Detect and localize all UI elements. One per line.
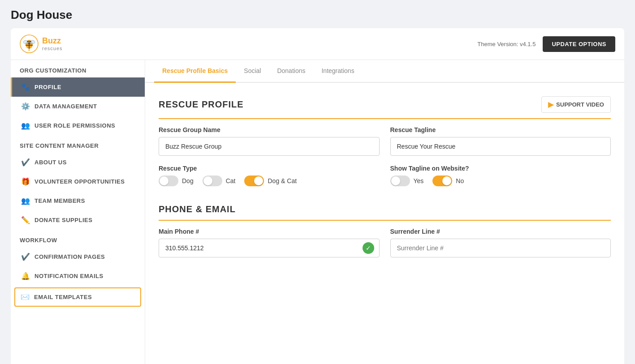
main-phone-input[interactable] bbox=[159, 239, 380, 257]
rescue-profile-title: RESCUE PROFILE bbox=[159, 99, 244, 110]
sidebar-item-data-management-label: DATA MANAGEMENT bbox=[35, 103, 97, 110]
sidebar: ORG CUSTOMIZATION 🐾 PROFILE ⚙️ DATA MANA… bbox=[11, 60, 145, 364]
paw-icon: 🐾 bbox=[21, 83, 30, 91]
phone-email-section: PHONE & EMAIL Main Phone # ✓ bbox=[159, 204, 611, 257]
sidebar-item-donate-supplies[interactable]: ✏️ DONATE SUPPLIES bbox=[11, 210, 145, 230]
dog-toggle[interactable] bbox=[159, 176, 178, 186]
buzz-logo-icon bbox=[20, 34, 39, 53]
rescue-profile-title-row: RESCUE PROFILE ▶ SUPPORT VIDEO bbox=[159, 96, 611, 119]
tagline-label: Rescue Tagline bbox=[390, 126, 611, 133]
tab-integrations[interactable]: Integrations bbox=[313, 60, 362, 83]
tabs-bar: Rescue Profile Basics Social Donations I… bbox=[145, 60, 624, 83]
phone-email-title-row: PHONE & EMAIL bbox=[159, 204, 611, 221]
confirmation-icon: ✔️ bbox=[21, 253, 30, 261]
main-phone-label: Main Phone # bbox=[159, 228, 380, 235]
volunteer-icon: 🎁 bbox=[21, 177, 30, 186]
main-phone-input-wrapper: ✓ bbox=[159, 239, 380, 257]
surrender-line-label: Surrender Line # bbox=[390, 228, 611, 235]
sidebar-item-donate-label: DONATE SUPPLIES bbox=[35, 217, 92, 223]
settings-icon: ⚙️ bbox=[21, 102, 30, 111]
content-wrapper: ORG CUSTOMIZATION 🐾 PROFILE ⚙️ DATA MANA… bbox=[11, 60, 624, 364]
logo-text: Buzz rescues bbox=[42, 37, 63, 51]
yes-toggle-item: Yes bbox=[390, 176, 424, 186]
email-icon: ✉️ bbox=[21, 293, 30, 301]
bell-icon: 🔔 bbox=[21, 272, 30, 280]
sidebar-item-user-role-label: USER ROLE PERMISSIONS bbox=[35, 122, 115, 129]
top-bar-right: Theme Version: v4.1.5 UPDATE OPTIONS bbox=[477, 36, 615, 52]
dog-cat-toggle[interactable] bbox=[244, 176, 264, 186]
rescue-type-toggles: Dog Cat Dog & Cat bbox=[159, 176, 380, 186]
rescue-type-field: Rescue Type Dog Cat bbox=[159, 165, 380, 186]
tab-donations[interactable]: Donations bbox=[269, 60, 313, 83]
users-icon: 👥 bbox=[21, 121, 30, 130]
sidebar-site-content-header: SITE CONTENT MANAGER bbox=[11, 135, 145, 153]
no-toggle[interactable] bbox=[432, 176, 452, 186]
support-video-label: SUPPORT VIDEO bbox=[556, 101, 604, 108]
sidebar-item-notification-label: NOTIFICATION EMAILS bbox=[35, 273, 104, 279]
rescue-type-label: Rescue Type bbox=[159, 165, 380, 172]
sidebar-item-profile-label: PROFILE bbox=[35, 84, 61, 90]
rescue-profile-section: RESCUE PROFILE ▶ SUPPORT VIDEO Rescue Gr… bbox=[159, 96, 611, 186]
sidebar-item-notification-emails[interactable]: 🔔 NOTIFICATION EMAILS bbox=[11, 266, 145, 286]
left-col: Rescue Group Name Rescue Type Dog bbox=[159, 126, 380, 186]
check-circle-icon: ✔️ bbox=[21, 158, 30, 167]
sidebar-item-email-templates-label: EMAIL TEMPLATES bbox=[34, 294, 92, 300]
tab-rescue-profile-basics[interactable]: Rescue Profile Basics bbox=[154, 60, 236, 83]
dog-cat-toggle-item: Dog & Cat bbox=[244, 176, 297, 186]
sidebar-item-team-label: TEAM MEMBERS bbox=[35, 197, 85, 204]
group-name-input[interactable] bbox=[159, 137, 380, 156]
no-toggle-item: No bbox=[432, 176, 464, 186]
sidebar-item-volunteer-label: VOLUNTEER OPPORTUNITIES bbox=[35, 178, 125, 185]
yes-toggle[interactable] bbox=[390, 176, 410, 186]
sidebar-item-about-us[interactable]: ✔️ ABOUT US bbox=[11, 153, 145, 172]
tagline-field: Rescue Tagline bbox=[390, 126, 611, 156]
phone-email-form: Main Phone # ✓ Surrender Line # bbox=[159, 228, 611, 257]
surrender-line-field: Surrender Line # bbox=[390, 228, 611, 257]
svg-point-8 bbox=[27, 41, 29, 43]
team-icon: 👥 bbox=[21, 197, 30, 205]
dog-label: Dog bbox=[182, 177, 194, 184]
no-label: No bbox=[456, 177, 464, 184]
group-name-field: Rescue Group Name bbox=[159, 126, 380, 156]
show-tagline-label: Show Tagline on Website? bbox=[390, 165, 611, 172]
rescue-profile-form: Rescue Group Name Rescue Type Dog bbox=[159, 126, 611, 186]
main-content: RESCUE PROFILE ▶ SUPPORT VIDEO Rescue Gr… bbox=[145, 83, 624, 364]
cat-label: Cat bbox=[226, 177, 236, 184]
donate-icon: ✏️ bbox=[21, 216, 30, 224]
svg-point-9 bbox=[30, 41, 31, 43]
sidebar-item-confirmation-label: CONFIRMATION PAGES bbox=[35, 253, 105, 260]
show-tagline-field: Show Tagline on Website? Yes No bbox=[390, 165, 611, 186]
right-panel: Rescue Profile Basics Social Donations I… bbox=[145, 60, 624, 364]
right-col: Rescue Tagline Show Tagline on Website? … bbox=[390, 126, 611, 186]
dog-cat-label: Dog & Cat bbox=[268, 177, 297, 184]
sidebar-item-confirmation-pages[interactable]: ✔️ CONFIRMATION PAGES bbox=[11, 247, 145, 266]
dog-toggle-item: Dog bbox=[159, 176, 194, 186]
logo-name: Buzz bbox=[42, 37, 63, 46]
sidebar-item-data-management[interactable]: ⚙️ DATA MANAGEMENT bbox=[11, 97, 145, 116]
phone-check-badge: ✓ bbox=[363, 242, 374, 254]
play-icon: ▶ bbox=[548, 100, 553, 109]
top-bar: Buzz rescues Theme Version: v4.1.5 UPDAT… bbox=[11, 28, 624, 60]
sidebar-workflow-header: WORKFLOW bbox=[11, 230, 145, 247]
tagline-input[interactable] bbox=[390, 137, 611, 156]
cat-toggle[interactable] bbox=[203, 176, 222, 186]
tab-social[interactable]: Social bbox=[236, 60, 269, 83]
cat-toggle-item: Cat bbox=[203, 176, 236, 186]
logo-sub: rescues bbox=[42, 46, 63, 51]
sidebar-item-email-templates[interactable]: ✉️ EMAIL TEMPLATES bbox=[14, 287, 141, 307]
yes-label: Yes bbox=[414, 177, 424, 184]
sidebar-item-volunteer-opportunities[interactable]: 🎁 VOLUNTEER OPPORTUNITIES bbox=[11, 172, 145, 191]
page-title: Dog House bbox=[0, 0, 635, 28]
surrender-line-input[interactable] bbox=[390, 239, 611, 257]
phone-email-title: PHONE & EMAIL bbox=[159, 204, 236, 214]
support-video-button[interactable]: ▶ SUPPORT VIDEO bbox=[541, 96, 611, 113]
sidebar-item-profile[interactable]: 🐾 PROFILE bbox=[11, 77, 145, 97]
sidebar-item-team-members[interactable]: 👥 TEAM MEMBERS bbox=[11, 191, 145, 210]
theme-version: Theme Version: v4.1.5 bbox=[477, 41, 536, 47]
update-options-button[interactable]: UPDATE OPTIONS bbox=[543, 36, 615, 52]
main-phone-field: Main Phone # ✓ bbox=[159, 228, 380, 257]
tagline-toggles: Yes No bbox=[390, 176, 611, 186]
sidebar-item-about-us-label: ABOUT US bbox=[35, 159, 67, 166]
group-name-label: Rescue Group Name bbox=[159, 126, 380, 133]
sidebar-item-user-role-permissions[interactable]: 👥 USER ROLE PERMISSIONS bbox=[11, 116, 145, 135]
